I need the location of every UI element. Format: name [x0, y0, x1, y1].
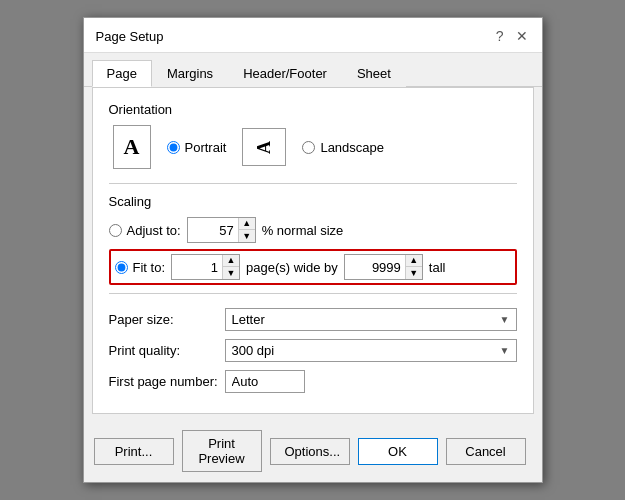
adjust-spin[interactable]: ▲ ▼	[187, 217, 256, 243]
adjust-input[interactable]	[188, 218, 238, 242]
portrait-radio[interactable]	[167, 141, 180, 154]
print-quality-value: 300 dpi	[232, 343, 275, 358]
print-quality-select[interactable]: 300 dpi ▼	[225, 339, 517, 362]
tab-bar: Page Margins Header/Footer Sheet	[84, 53, 542, 87]
scaling-section: Scaling Adjust to: ▲ ▼ % normal size	[109, 194, 517, 285]
landscape-icon: A	[242, 128, 286, 166]
landscape-radio[interactable]	[302, 141, 315, 154]
help-button[interactable]: ?	[492, 26, 508, 46]
adjust-label: Adjust to:	[127, 223, 181, 238]
tab-margins[interactable]: Margins	[152, 60, 228, 87]
portrait-label: Portrait	[185, 140, 227, 155]
landscape-label: Landscape	[320, 140, 384, 155]
portrait-option[interactable]: Portrait	[167, 140, 227, 155]
bottom-left: Print...	[94, 438, 174, 465]
divider-2	[109, 293, 517, 294]
orientation-row: A Portrait A Landscape	[113, 125, 517, 169]
divider-1	[109, 183, 517, 184]
main-content: Orientation A Portrait A Landscape	[92, 87, 534, 414]
print-preview-button[interactable]: Print Preview	[182, 430, 262, 472]
title-bar-controls: ? ✕	[492, 26, 532, 46]
print-button[interactable]: Print...	[94, 438, 174, 465]
fit-tall-up-btn[interactable]: ▲	[406, 255, 422, 267]
adjust-radio[interactable]	[109, 224, 122, 237]
adjust-unit: % normal size	[262, 223, 344, 238]
adjust-spin-buttons: ▲ ▼	[238, 218, 255, 242]
options-button[interactable]: Options...	[270, 438, 350, 465]
fit-tall-input[interactable]	[345, 255, 405, 279]
fit-tall-unit: tall	[429, 260, 446, 275]
first-page-row: First page number:	[109, 370, 517, 393]
fit-wide-input[interactable]	[172, 255, 222, 279]
fit-tall-spin[interactable]: ▲ ▼	[344, 254, 423, 280]
fit-wide-unit: page(s) wide by	[246, 260, 338, 275]
ok-button[interactable]: OK	[358, 438, 438, 465]
fit-wide-up-btn[interactable]: ▲	[223, 255, 239, 267]
tab-page[interactable]: Page	[92, 60, 152, 87]
paper-size-value: Letter	[232, 312, 265, 327]
adjust-row: Adjust to: ▲ ▼ % normal size	[109, 217, 517, 243]
adjust-down-btn[interactable]: ▼	[239, 230, 255, 242]
tab-sheet[interactable]: Sheet	[342, 60, 406, 87]
bottom-buttons: Print... Print Preview Options... OK Can…	[84, 422, 542, 482]
cancel-button[interactable]: Cancel	[446, 438, 526, 465]
first-page-label: First page number:	[109, 374, 219, 389]
orientation-section-title: Orientation	[109, 102, 517, 117]
title-bar: Page Setup ? ✕	[84, 18, 542, 53]
paper-size-label: Paper size:	[109, 312, 219, 327]
paper-size-arrow-icon: ▼	[500, 314, 510, 325]
adjust-option[interactable]: Adjust to:	[109, 223, 181, 238]
adjust-up-btn[interactable]: ▲	[239, 218, 255, 230]
paper-section: Paper size: Letter ▼ Print quality: 300 …	[109, 308, 517, 393]
close-button[interactable]: ✕	[512, 26, 532, 46]
portrait-icon: A	[113, 125, 151, 169]
fit-row: Fit to: ▲ ▼ page(s) wide by ▲ ▼	[109, 249, 517, 285]
landscape-option[interactable]: Landscape	[302, 140, 384, 155]
paper-size-select[interactable]: Letter ▼	[225, 308, 517, 331]
tab-header-footer[interactable]: Header/Footer	[228, 60, 342, 87]
fit-wide-spin-buttons: ▲ ▼	[222, 255, 239, 279]
print-quality-row: Print quality: 300 dpi ▼	[109, 339, 517, 362]
page-setup-dialog: Page Setup ? ✕ Page Margins Header/Foote…	[83, 17, 543, 483]
fit-wide-down-btn[interactable]: ▼	[223, 267, 239, 279]
print-quality-label: Print quality:	[109, 343, 219, 358]
fit-tall-down-btn[interactable]: ▼	[406, 267, 422, 279]
fit-option[interactable]: Fit to:	[115, 260, 166, 275]
print-quality-arrow-icon: ▼	[500, 345, 510, 356]
scaling-section-title: Scaling	[109, 194, 517, 209]
fit-wide-spin[interactable]: ▲ ▼	[171, 254, 240, 280]
fit-label: Fit to:	[133, 260, 166, 275]
first-page-input[interactable]	[225, 370, 305, 393]
fit-tall-spin-buttons: ▲ ▼	[405, 255, 422, 279]
dialog-title: Page Setup	[96, 29, 164, 44]
fit-radio[interactable]	[115, 261, 128, 274]
paper-size-row: Paper size: Letter ▼	[109, 308, 517, 331]
